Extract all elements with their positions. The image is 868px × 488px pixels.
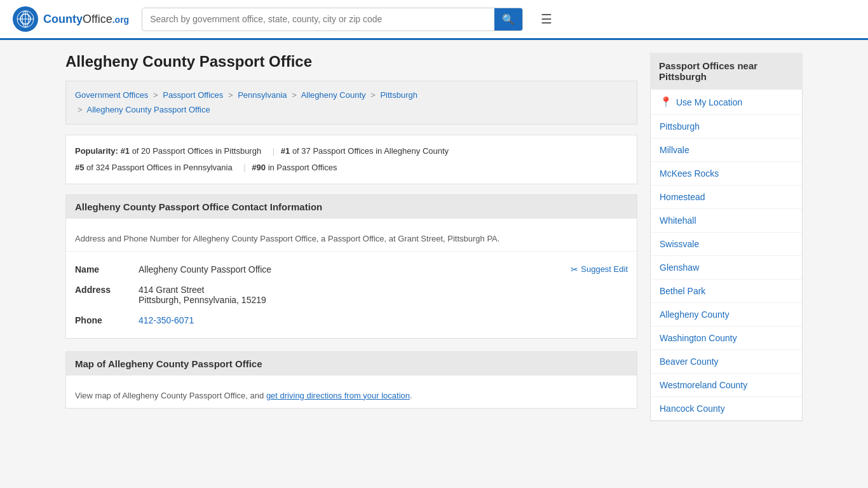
breadcrumb-allegheny-county[interactable]: Allegheny County xyxy=(301,90,366,100)
contact-name-row: Name Allegheny County Passport Office ✂ … xyxy=(75,259,628,280)
search-button[interactable]: 🔍 xyxy=(494,8,522,30)
popularity-item-2: #1 of 37 Passport Offices in Allegheny C… xyxy=(281,143,449,159)
popularity-item-3: #5 of 324 Passport Offices in Pennsylvan… xyxy=(75,159,233,176)
address-value: 414 Grant Street Pittsburgh, Pennsylvani… xyxy=(139,285,628,305)
sidebar-item-mckees-rocks[interactable]: McKees Rocks xyxy=(651,162,802,186)
use-my-location-link[interactable]: Use My Location xyxy=(676,97,742,107)
site-logo[interactable]: CountyOffice.org xyxy=(13,6,129,32)
location-icon: 📍 xyxy=(660,96,672,108)
contact-address-row: Address 414 Grant Street Pittsburgh, Pen… xyxy=(75,280,628,310)
map-description: View map of Allegheny County Passport Of… xyxy=(66,383,637,408)
search-icon: 🔍 xyxy=(502,14,515,25)
page-title: Allegheny County Passport Office xyxy=(65,53,637,71)
breadcrumb-current[interactable]: Allegheny County Passport Office xyxy=(87,105,210,114)
sidebar-item-hancock-county[interactable]: Hancock County xyxy=(651,397,802,421)
phone-link[interactable]: 412-350-6071 xyxy=(139,315,194,325)
popularity-item-4: #90 in Passport Offices xyxy=(252,159,337,176)
contact-phone-row: Phone 412-350-6071 xyxy=(75,310,628,330)
driving-directions-link[interactable]: get driving directions from your locatio… xyxy=(266,391,410,400)
sidebar-item-washington-county[interactable]: Washington County xyxy=(651,327,802,350)
sidebar-item-swissvale[interactable]: Swissvale xyxy=(651,233,802,256)
popularity-label: Popularity: xyxy=(75,146,118,156)
name-label: Name xyxy=(75,264,139,274)
edit-icon: ✂ xyxy=(571,264,578,274)
logo-wordmark: CountyOffice.org xyxy=(43,13,129,26)
sidebar-item-allegheny-county[interactable]: Allegheny County xyxy=(651,303,802,327)
logo-icon xyxy=(13,6,38,32)
sidebar-item-beaver-county[interactable]: Beaver County xyxy=(651,350,802,374)
breadcrumb-pittsburgh[interactable]: Pittsburgh xyxy=(380,90,417,100)
main-content: Allegheny County Passport Office Governm… xyxy=(65,53,637,421)
contact-section-header: Allegheny County Passport Office Contact… xyxy=(66,195,637,219)
hamburger-menu-button[interactable]: ☰ xyxy=(536,9,557,29)
sidebar-content: 📍 Use My Location Pittsburgh Millvale Mc… xyxy=(650,90,803,421)
sidebar-item-westmoreland-county[interactable]: Westmoreland County xyxy=(651,374,802,397)
sidebar-item-homestead[interactable]: Homestead xyxy=(651,186,802,209)
address-label: Address xyxy=(75,285,139,295)
breadcrumb-passport-offices[interactable]: Passport Offices xyxy=(163,90,223,100)
breadcrumb-government-offices[interactable]: Government Offices xyxy=(75,90,148,100)
sidebar-item-pittsburgh[interactable]: Pittsburgh xyxy=(651,115,802,139)
sidebar-item-glenshaw[interactable]: Glenshaw xyxy=(651,256,802,280)
map-section-header: Map of Allegheny County Passport Office xyxy=(66,352,637,376)
sidebar-use-location[interactable]: 📍 Use My Location xyxy=(651,90,802,115)
phone-label: Phone xyxy=(75,315,139,325)
phone-value: 412-350-6071 xyxy=(139,315,628,325)
contact-details: Name Allegheny County Passport Office ✂ … xyxy=(66,252,637,338)
contact-section: Allegheny County Passport Office Contact… xyxy=(65,194,637,339)
hamburger-icon: ☰ xyxy=(541,12,552,26)
search-bar: 🔍 xyxy=(142,8,523,31)
breadcrumb: Government Offices > Passport Offices > … xyxy=(65,81,637,125)
sidebar-item-whitehall[interactable]: Whitehall xyxy=(651,209,802,233)
sidebar-header: Passport Offices near Pittsburgh xyxy=(650,53,803,90)
suggest-edit-button[interactable]: ✂ Suggest Edit xyxy=(571,264,628,274)
sidebar: Passport Offices near Pittsburgh 📍 Use M… xyxy=(650,53,803,421)
popularity-item-1: #1 of 20 Passport Offices in Pittsburgh xyxy=(121,143,262,159)
breadcrumb-pennsylvania[interactable]: Pennsylvania xyxy=(238,90,287,100)
search-input[interactable] xyxy=(142,9,494,29)
sidebar-item-bethel-park[interactable]: Bethel Park xyxy=(651,280,802,303)
name-value: Allegheny County Passport Office xyxy=(139,264,271,274)
contact-description: Address and Phone Number for Allegheny C… xyxy=(66,226,637,252)
popularity-section: Popularity: #1 of 20 Passport Offices in… xyxy=(65,135,637,184)
map-section: Map of Allegheny County Passport Office … xyxy=(65,351,637,409)
sidebar-item-millvale[interactable]: Millvale xyxy=(651,139,802,162)
